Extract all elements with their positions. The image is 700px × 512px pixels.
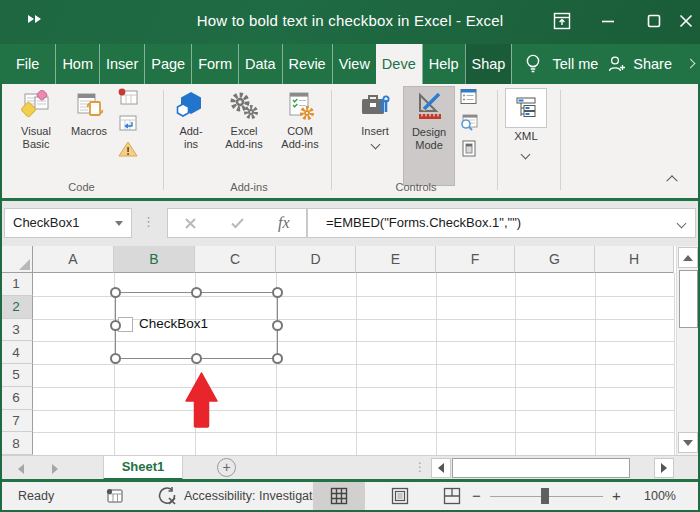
visual-basic-button[interactable]: Visual Basic: [11, 86, 61, 186]
row-header-2[interactable]: 2: [0, 296, 33, 319]
selection-handle-top-right[interactable]: [272, 287, 283, 298]
share-button[interactable]: Share: [607, 44, 672, 84]
selection-handle-top-left[interactable]: [110, 287, 121, 298]
zoom-in-button[interactable]: +: [612, 487, 621, 504]
run-dialog-icon[interactable]: [459, 140, 479, 158]
row-header-5[interactable]: 5: [0, 364, 33, 387]
tab-file[interactable]: File: [0, 44, 55, 84]
horizontal-scrollbar-thumb[interactable]: [452, 458, 630, 478]
selection-handle-top-middle[interactable]: [191, 287, 202, 298]
title-bar: How to bold text in checkbox in Excel - …: [0, 0, 700, 44]
maximize-button[interactable]: [638, 6, 670, 36]
view-code-icon[interactable]: [459, 114, 479, 132]
enter-icon[interactable]: [230, 217, 245, 229]
normal-view-button[interactable]: [313, 482, 365, 510]
zoom-out-button[interactable]: −: [472, 487, 481, 504]
page-break-preview-button[interactable]: [435, 482, 469, 510]
accessibility-checker-icon[interactable]: [156, 486, 178, 506]
accessibility-status-label[interactable]: Accessibility: Investigate: [184, 489, 319, 503]
tab-page[interactable]: Page: [144, 44, 191, 84]
insert-control-button[interactable]: Insert: [351, 86, 399, 186]
scroll-up-button[interactable]: [678, 247, 698, 268]
xml-source-button[interactable]: [505, 88, 547, 128]
vertical-scrollbar[interactable]: [676, 246, 699, 455]
selection-handle-middle-left[interactable]: [110, 320, 121, 331]
ribbon-display-options-button[interactable]: [546, 6, 578, 36]
row-header-4[interactable]: 4: [0, 341, 33, 364]
excel-add-ins-button[interactable]: Excel Add-ins: [218, 86, 270, 186]
scroll-left-button[interactable]: [431, 458, 451, 478]
tab-deve[interactable]: Deve: [376, 44, 422, 84]
tab-inser[interactable]: Inser: [99, 44, 144, 84]
insert-function-icon[interactable]: fx: [278, 214, 290, 232]
column-header-f[interactable]: F: [436, 246, 515, 273]
selection-handle-bottom-right[interactable]: [272, 353, 283, 364]
page-layout-view-button[interactable]: [383, 482, 417, 510]
excel-add-ins-label: Excel Add-ins: [222, 125, 266, 151]
tab-revie[interactable]: Revie: [282, 44, 332, 84]
zoom-slider-thumb[interactable]: [541, 488, 549, 504]
close-button[interactable]: [670, 6, 700, 36]
row-header-3[interactable]: 3: [0, 319, 33, 342]
macros-label: Macros: [71, 125, 107, 138]
macro-record-status-icon[interactable]: [104, 487, 124, 505]
properties-icon[interactable]: [459, 88, 479, 106]
name-box-value: CheckBox1: [13, 215, 79, 230]
tab-form[interactable]: Form: [191, 44, 238, 84]
com-add-ins-button[interactable]: COM Add-ins: [272, 86, 328, 186]
row-header-6[interactable]: 6: [0, 387, 33, 410]
lightbulb-icon: [524, 53, 542, 75]
tell-me-box[interactable]: Tell me: [511, 44, 612, 84]
scroll-down-button[interactable]: [678, 432, 698, 453]
column-header-g[interactable]: G: [515, 246, 595, 273]
vertical-scrollbar-thumb[interactable]: [679, 270, 698, 328]
row-header-1[interactable]: 1: [0, 273, 33, 296]
design-mode-icon: [413, 91, 445, 123]
selection-handle-middle-right[interactable]: [272, 320, 283, 331]
column-header-a[interactable]: A: [33, 246, 114, 273]
worksheet-grid[interactable]: ABCDEFGH 12345678 CheckBox1: [0, 246, 676, 455]
scroll-right-button[interactable]: [654, 458, 674, 478]
row-header-7[interactable]: 7: [0, 410, 33, 433]
selection-handle-bottom-left[interactable]: [110, 353, 121, 364]
tab-hom[interactable]: Hom: [55, 44, 99, 84]
macros-button[interactable]: Macros: [63, 86, 115, 186]
add-ins-button[interactable]: Add-ins: [167, 86, 215, 186]
design-mode-button[interactable]: Design Mode: [403, 86, 455, 186]
red-up-arrow-annotation: [185, 372, 218, 428]
zoom-level[interactable]: 100%: [638, 489, 682, 503]
formula-bar-buttons: fx: [167, 208, 307, 238]
column-header-b[interactable]: B: [114, 246, 195, 273]
record-macro-icon[interactable]: [117, 88, 139, 106]
add-ins-group-label: Add-ins: [167, 181, 331, 193]
gridline-horizontal: [33, 432, 674, 433]
use-relative-references-icon[interactable]: [117, 114, 139, 132]
column-header-d[interactable]: D: [276, 246, 356, 273]
formula-input[interactable]: =EMBED("Forms.CheckBox.1",""): [307, 208, 696, 238]
tab-shap[interactable]: Shap: [465, 44, 512, 84]
sheetbar-separator-dots[interactable]: ⋮: [414, 460, 426, 474]
tab-view[interactable]: View: [332, 44, 376, 84]
selection-handle-bottom-middle[interactable]: [191, 353, 202, 364]
select-all-button[interactable]: [0, 246, 33, 273]
macro-security-warning-icon[interactable]: [117, 140, 139, 158]
name-box[interactable]: CheckBox1: [4, 208, 132, 238]
tab-help[interactable]: Help: [422, 44, 465, 84]
name-box-dropdown-icon[interactable]: [115, 221, 123, 226]
cancel-icon[interactable]: [184, 217, 197, 230]
column-header-e[interactable]: E: [356, 246, 436, 273]
formula-bar-expand-chevron-icon[interactable]: [677, 219, 687, 229]
new-sheet-button[interactable]: +: [217, 458, 236, 477]
tab-data[interactable]: Data: [238, 44, 282, 84]
collapse-ribbon-button[interactable]: [668, 174, 679, 185]
sheet-nav-previous-icon[interactable]: [18, 464, 24, 474]
macros-icon: [73, 90, 105, 122]
row-header-8[interactable]: 8: [0, 432, 33, 455]
minimize-button[interactable]: [592, 6, 624, 36]
tell-me-label: Tell me: [552, 56, 598, 72]
sheet-nav-next-icon[interactable]: [52, 464, 58, 474]
column-header-c[interactable]: C: [195, 246, 276, 273]
sheet-tab-sheet1[interactable]: Sheet1: [103, 456, 183, 480]
design-mode-label: Design Mode: [406, 126, 452, 152]
column-header-h[interactable]: H: [595, 246, 674, 273]
